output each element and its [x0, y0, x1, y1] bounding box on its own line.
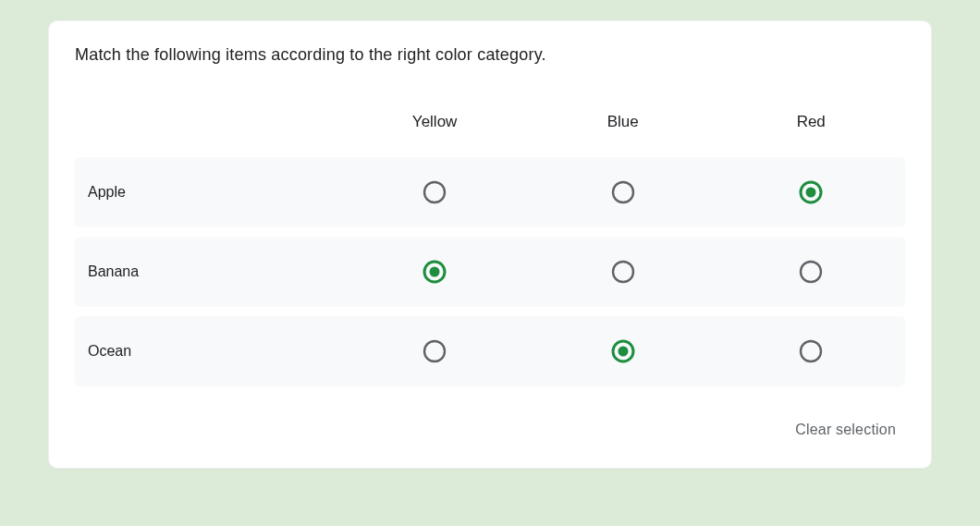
- grid-row: Banana: [75, 237, 905, 307]
- question-card: Match the following items according to t…: [48, 20, 932, 469]
- clear-selection-button[interactable]: Clear selection: [786, 416, 905, 444]
- svg-point-1: [613, 182, 633, 202]
- svg-point-8: [424, 341, 445, 361]
- radio-selected-icon[interactable]: [611, 339, 635, 363]
- radio-selected-icon[interactable]: [423, 260, 447, 284]
- row-label: Apple: [75, 157, 340, 227]
- radio-icon[interactable]: [611, 260, 635, 284]
- match-grid: Yellow Blue Red AppleBananaOcean: [75, 92, 905, 396]
- grid-row: Apple: [75, 157, 905, 227]
- svg-point-10: [618, 347, 628, 357]
- column-header: Blue: [529, 102, 717, 148]
- radio-icon[interactable]: [423, 339, 447, 363]
- column-header: Yellow: [340, 102, 529, 148]
- row-label: Banana: [75, 237, 340, 307]
- svg-point-5: [430, 267, 440, 277]
- svg-point-0: [424, 182, 445, 202]
- radio-icon[interactable]: [423, 180, 447, 204]
- radio-icon[interactable]: [799, 260, 823, 284]
- radio-icon[interactable]: [799, 339, 823, 363]
- grid-row: Ocean: [75, 316, 905, 386]
- radio-selected-icon[interactable]: [799, 180, 823, 204]
- column-header: Red: [717, 102, 905, 148]
- row-label: Ocean: [75, 316, 340, 386]
- svg-point-3: [806, 188, 816, 198]
- svg-point-6: [613, 262, 633, 282]
- svg-point-11: [801, 341, 821, 361]
- question-text: Match the following items according to t…: [75, 45, 905, 65]
- svg-point-7: [801, 262, 821, 282]
- radio-icon[interactable]: [611, 180, 635, 204]
